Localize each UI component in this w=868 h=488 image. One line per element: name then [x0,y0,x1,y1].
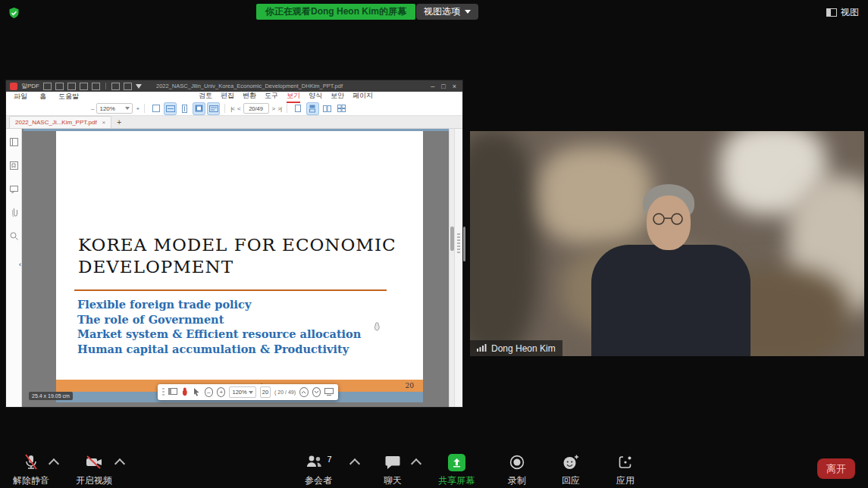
zoom-out-button[interactable]: – [91,105,93,112]
menu-file[interactable]: 파일 [14,92,27,102]
reactions-button[interactable]: 回应 [548,453,594,487]
slide-bullet: Flexible foreign trade policy [77,297,361,312]
leave-meeting-button[interactable]: 离开 [817,458,855,479]
save-as-icon[interactable] [67,83,76,90]
page-count-label: ( 20 / 49) [274,389,296,395]
menu-pages[interactable]: 페이지 [353,91,373,103]
single-page-layout-icon[interactable] [293,103,304,114]
reflow-icon[interactable] [208,103,219,114]
apps-button[interactable]: 应用 [603,453,648,487]
record-button[interactable]: 录制 [494,453,540,487]
toolbar-divider [224,104,225,113]
tab-close-icon[interactable]: × [102,119,106,126]
pointer-tool-icon[interactable] [193,387,201,398]
continuous-layout-icon[interactable] [307,103,318,114]
zoom-in-button[interactable]: + [217,387,225,397]
mute-button[interactable]: 解除静音 [8,453,54,487]
pdf-filename: 2022_NASC_Jilin_Univ_Korea_Economic_Deve… [97,83,402,89]
raise-hand-icon[interactable] [181,387,189,398]
print-icon[interactable] [80,83,88,90]
thumbnails-panel-icon[interactable] [10,136,18,149]
menu-tools[interactable]: 도구 [265,91,278,103]
window-maximize-button[interactable]: □ [441,83,445,90]
sidebar-collapse-icon[interactable]: ‹ [19,261,21,268]
pdf-app-window: 알PDF 2022_NASC_Jilin_Univ_Korea_Economic… [6,80,462,407]
menu-home[interactable]: 홈 [39,92,46,102]
menu-review[interactable]: 검토 [199,91,212,103]
participants-button[interactable]: 7 参会者 [296,453,341,487]
comments-panel-icon[interactable] [10,183,18,196]
chat-icon [384,453,402,471]
document-tab[interactable]: 2022_NASC_Ji...Kim_PPT.pdf × [9,116,111,128]
presentation-mode-icon[interactable] [324,388,334,397]
security-shield-icon[interactable] [8,7,20,20]
zoom-level-select[interactable]: 120% [96,103,133,114]
participants-options-chevron[interactable] [349,458,360,469]
chat-button[interactable]: 聊天 [370,453,415,487]
view-label: 视图 [841,6,859,19]
page-number-input[interactable]: 20/49 [243,103,269,114]
right-panel-rail[interactable] [454,129,462,407]
first-page-button[interactable]: |< [230,105,234,112]
bookmarks-panel-icon[interactable] [10,159,18,173]
menu-convert[interactable]: 변환 [243,91,256,103]
pdf-content-area[interactable]: KOREA MODEL FOR ECONOMIC DEVELOPMENT Fle… [22,129,462,407]
fit-page-icon[interactable] [193,103,205,114]
shared-screen-scroll-indicator[interactable] [463,227,465,261]
apps-label: 应用 [616,474,635,487]
fit-width-icon[interactable] [165,103,176,114]
view-options-button[interactable]: 视图选项 [416,4,478,20]
next-page-button[interactable]: > [272,105,275,112]
share-screen-button[interactable]: 共享屏幕 [434,453,479,487]
background-blur [470,131,538,356]
chat-label: 聊天 [384,474,402,487]
view-button[interactable]: 视图 [826,6,859,19]
pdf-menubar: 파일 홈 도움말 검토 편집 변환 도구 보기 양식 보안 페이지 [6,92,462,102]
slide-page[interactable]: KOREA MODEL FOR ECONOMIC DEVELOPMENT Fle… [56,131,423,402]
search-panel-icon[interactable] [10,230,18,243]
side-panel-icon[interactable] [168,388,177,396]
start-video-button[interactable]: 开启视频 [71,453,117,487]
page-size-tooltip: 25.4 x 19.05 cm [29,392,73,400]
window-close-button[interactable]: × [453,83,456,90]
chevron-down-icon [465,10,471,14]
floating-page-toolbar: – + 120% 20 ( 20 / 49) [158,384,338,400]
toolbar-drag-handle[interactable] [162,388,165,397]
pdf-body: ‹ KOREA MODEL FOR ECONOMIC DEVELOPMENT F… [6,129,462,407]
window-minimize-button[interactable]: – [431,83,434,90]
zoom-out-button[interactable]: – [205,387,213,397]
panel-grip-icon[interactable] [457,233,460,253]
microphone-muted-icon [22,453,40,471]
reactions-smiley-icon [562,453,580,471]
last-page-button[interactable]: >| [277,105,281,112]
watching-screen-banner: 你正在观看Dong Heon Kim的屏幕 [256,4,415,20]
menu-forms[interactable]: 양식 [309,91,322,103]
open-file-icon[interactable] [43,83,52,90]
zoom-in-button[interactable]: + [136,105,139,112]
participants-count: 7 [327,455,331,464]
mute-label: 解除静音 [13,474,49,487]
menu-help[interactable]: 도움말 [58,92,79,102]
two-page-layout-icon[interactable] [321,103,333,114]
previous-page-button[interactable]: < [237,105,240,112]
save-icon[interactable] [55,83,64,90]
actual-size-icon[interactable] [150,103,161,114]
record-label: 录制 [508,474,526,487]
menu-edit[interactable]: 편집 [221,91,234,103]
zoom-meeting-screen: 你正在观看Dong Heon Kim的屏幕 视图选项 视图 알PDF 2022_… [0,0,868,488]
menu-security[interactable]: 보안 [331,91,344,103]
share-screen-icon [448,454,465,471]
next-page-button[interactable] [312,387,321,397]
signal-strength-icon [477,343,487,354]
quad-page-layout-icon[interactable] [336,103,347,114]
fit-height-icon[interactable] [179,103,190,114]
zoom-level-select[interactable]: 120% [229,386,256,398]
participant-glasses [650,213,688,228]
background-blur [538,146,652,245]
previous-page-button[interactable] [299,387,308,397]
page-number-input[interactable]: 20 [260,386,271,398]
participant-video-tile[interactable]: Dong Heon Kim [470,131,864,356]
attachments-panel-icon[interactable] [11,206,17,220]
menu-view-active[interactable]: 보기 [287,91,300,103]
new-tab-button[interactable]: + [117,118,121,127]
